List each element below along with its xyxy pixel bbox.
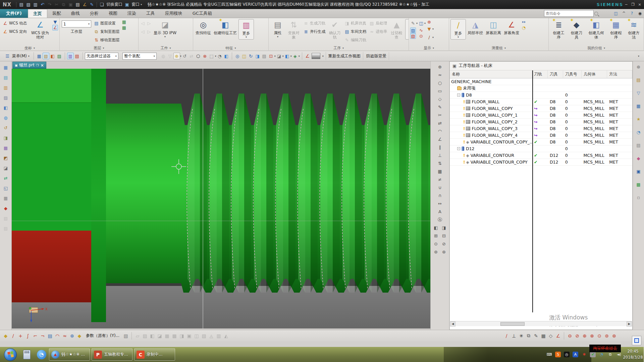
spare-panel2-icon[interactable]: ▨ bbox=[2, 225, 9, 232]
column-header-几何体[interactable]: 几何体 bbox=[582, 70, 607, 78]
star-tool-icon[interactable]: ✳ bbox=[518, 332, 525, 340]
fit-window-icon[interactable]: ⊡ bbox=[268, 53, 274, 59]
tab-file[interactable]: 文件(F) bbox=[0, 9, 28, 18]
display-cube-icon[interactable]: ◧ bbox=[284, 53, 290, 59]
assembly-navigator-icon[interactable]: ▦ bbox=[2, 64, 9, 71]
group-dialog-launcher-icon[interactable]: ▾ bbox=[103, 47, 104, 50]
align-left-icon[interactable]: ◧ bbox=[432, 224, 440, 231]
ribbon-small-button-WCS 定向[interactable]: ∠WCS 定向 bbox=[1, 27, 28, 36]
tab-工具[interactable]: 工具 bbox=[141, 9, 160, 18]
create-tool-icon[interactable]: ◆ bbox=[572, 20, 582, 30]
ipw-first-icon[interactable]: ◁ bbox=[140, 29, 146, 35]
navigator-row-FLOOR_WALL_COPY[interactable]: !FLOOR_WALL_COPY↪D80MCS_MILLMET bbox=[450, 105, 632, 112]
create-operation-icon[interactable]: ≣ bbox=[554, 20, 564, 30]
ribbon-small-button-WCS 动态[interactable]: ∠WCS 动态 bbox=[1, 19, 28, 27]
browser-tray-icon[interactable]: ◔ bbox=[599, 352, 604, 357]
column-header-名称[interactable]: 名称 bbox=[450, 70, 532, 78]
surf-mesh-icon[interactable]: ▨ bbox=[141, 332, 149, 340]
point-constructor-icon[interactable]: ⊕ bbox=[436, 63, 444, 70]
nc-circle5-icon[interactable]: ⊙ bbox=[596, 332, 603, 340]
maximize-button[interactable]: ❐ bbox=[630, 2, 636, 8]
settings-gear-icon[interactable]: ⊛ bbox=[635, 63, 642, 70]
tree-expander-icon[interactable]: - bbox=[457, 147, 460, 150]
nc-circle2-icon[interactable]: ⊘ bbox=[574, 332, 581, 340]
nocrossing-icon[interactable]: ◍ bbox=[160, 53, 167, 59]
clipboard-dock-icon[interactable]: ▤ bbox=[635, 76, 642, 83]
hd3d-tools-icon[interactable]: ◧ bbox=[2, 104, 9, 111]
find-feature-icon[interactable]: ◎ bbox=[198, 20, 208, 30]
ribbon-button-更多[interactable]: ≡更多▾ bbox=[405, 19, 409, 40]
properties-icon[interactable]: ▤ bbox=[273, 20, 283, 30]
paint-panel-icon[interactable]: ◆ bbox=[2, 205, 9, 212]
intersect-tool-icon[interactable]: ∩ bbox=[436, 192, 444, 199]
offset-tool-icon[interactable]: ∥ bbox=[436, 144, 444, 151]
window-panel-icon[interactable]: ◫ bbox=[612, 10, 619, 17]
group-dialog-launcher-icon[interactable]: ▾ bbox=[604, 47, 605, 50]
curve-key-icon[interactable]: ◆ bbox=[2, 332, 9, 340]
calculator-taskbar-icon[interactable]: 888 bbox=[21, 349, 33, 360]
blue-dock-icon[interactable]: ▣ bbox=[635, 168, 642, 175]
wcs-absolute-icon[interactable]: ∠ bbox=[35, 20, 45, 30]
axis2-icon[interactable]: ∠ bbox=[554, 332, 562, 340]
ime-keyboard-icon[interactable]: ⌨ bbox=[546, 352, 552, 357]
shop-doc-icon[interactable]: ▤ bbox=[344, 29, 350, 35]
history-icon[interactable]: ↺ bbox=[2, 124, 9, 131]
ribbon-button-更多[interactable]: ▥更多▾ bbox=[238, 19, 254, 40]
red-tray-icon[interactable]: ✱ bbox=[581, 352, 587, 357]
column-header-刀具号[interactable]: 刀具号 bbox=[563, 70, 582, 78]
create-method-icon[interactable]: ≋ bbox=[629, 20, 639, 30]
layer-settings-icon[interactable]: ▤ bbox=[94, 20, 99, 26]
chain-icon[interactable]: ⇄ bbox=[188, 53, 195, 59]
anchor-icon[interactable]: ⊚ bbox=[432, 248, 440, 255]
rotate-point-icon[interactable]: ↺ bbox=[181, 53, 188, 59]
point-display-icon[interactable]: ⊕ bbox=[426, 19, 432, 25]
gouge-check-icon[interactable]: ▲ bbox=[392, 20, 402, 30]
text-box-tool-icon[interactable]: Ⓐ bbox=[436, 216, 444, 223]
layer-visible-icon[interactable]: ▦ bbox=[121, 19, 127, 25]
curve-split-icon[interactable]: ∕ bbox=[9, 332, 17, 340]
operation-more-icon[interactable]: ≡ bbox=[408, 20, 409, 30]
process-studio-icon[interactable]: ◨ bbox=[2, 134, 9, 141]
filter-dock-icon[interactable]: ▽ bbox=[635, 89, 642, 97]
table-panel-icon[interactable]: ▦ bbox=[2, 195, 9, 202]
curve-cross-icon[interactable]: + bbox=[17, 332, 24, 340]
curve-break-icon[interactable]: ∫ bbox=[24, 332, 32, 340]
save-wcs-icon[interactable]: ▼ bbox=[52, 19, 58, 25]
ribbon-button-过切检查[interactable]: ▲过切检查 bbox=[389, 19, 405, 40]
datum-csys-icon[interactable]: ∠ bbox=[82, 1, 88, 8]
join-tool-icon[interactable]: ∪ bbox=[436, 184, 444, 191]
navigator-row-D12[interactable]: -D120 bbox=[450, 145, 632, 152]
viewport-canvas[interactable]: X bbox=[12, 69, 430, 328]
search-icon[interactable] bbox=[594, 12, 598, 15]
spline-display-icon[interactable]: ∿ bbox=[418, 27, 424, 33]
nx-taskbar-button[interactable]: ▲§§☆★☆※ 张Sir... bbox=[49, 348, 90, 361]
show-3d-ipw-icon[interactable]: ◪ bbox=[160, 20, 170, 30]
ungroup-icon[interactable]: ⊟ bbox=[440, 232, 448, 239]
user-account-icon[interactable]: ◉ bbox=[637, 10, 643, 17]
select-face-icon[interactable]: ▤ bbox=[74, 53, 80, 59]
line-tool2-icon[interactable]: ∕ bbox=[503, 332, 510, 340]
zoom-icon[interactable]: ◎ bbox=[234, 53, 241, 59]
create-feature-process-icon[interactable]: ◧ bbox=[220, 20, 230, 30]
toolbar-overflow-icon[interactable]: ▾ bbox=[638, 55, 639, 58]
ribbon-button-更多[interactable]: ∕更多▾ bbox=[450, 19, 466, 40]
machine-simulation-icon[interactable]: ◨ bbox=[344, 20, 350, 26]
ribbon-button-变换对象[interactable]: ⇅变换对象 bbox=[286, 19, 302, 40]
align-right-icon[interactable]: ◨ bbox=[440, 224, 448, 231]
sogou-icon[interactable]: S bbox=[555, 352, 561, 357]
rect-tool-icon[interactable]: ▭ bbox=[436, 87, 444, 95]
highlight-related-icon[interactable]: ▥ bbox=[67, 53, 74, 59]
clock[interactable]: 20:45 2018/3/28 bbox=[623, 349, 643, 360]
ribbon-small-button-图层设置[interactable]: ▤图层设置 bbox=[93, 19, 121, 27]
ribbon-small-button-复制至图层[interactable]: ⧉复制至图层 bbox=[93, 27, 121, 36]
pink-dock-icon[interactable]: ◆ bbox=[635, 155, 642, 162]
search-input[interactable] bbox=[546, 11, 594, 16]
nc-circle1-icon[interactable]: ⊖ bbox=[566, 332, 574, 340]
switch-window-button[interactable]: 切换窗口 bbox=[106, 2, 122, 7]
trim-tool-icon[interactable]: ✂ bbox=[436, 112, 444, 119]
tab-视图[interactable]: 视图 bbox=[104, 9, 122, 18]
nc-circle6-icon[interactable]: ⊚ bbox=[603, 332, 610, 340]
wave-icon[interactable]: ≈ bbox=[61, 332, 68, 340]
navigator-row-GENERIC_MACHINE[interactable]: GENERIC_MACHINE bbox=[450, 78, 632, 85]
ribbon-button-创建特征工艺[interactable]: ◧创建特征工艺 bbox=[213, 19, 238, 36]
